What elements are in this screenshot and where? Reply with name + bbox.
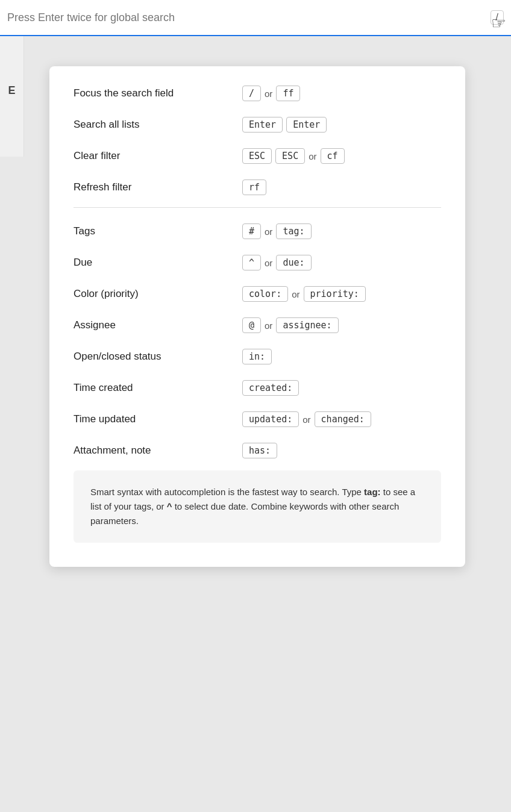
or-text-assignee: or	[265, 320, 272, 331]
key-color: color:	[242, 286, 288, 302]
shortcut-row-due: Due ^ or due:	[74, 255, 441, 270]
or-text: or	[265, 89, 272, 99]
sidebar-letter: E	[0, 36, 24, 157]
shortcut-keys-due: ^ or due:	[242, 255, 312, 270]
shortcut-keys-focus: / or ff	[242, 86, 300, 101]
shortcut-keys-clear: ESC ESC or cf	[242, 148, 345, 164]
or-text-due: or	[265, 258, 272, 268]
key-enter2: Enter	[286, 117, 327, 133]
or-text-color: or	[292, 289, 299, 299]
shortcut-label-refresh: Refresh filter	[74, 181, 242, 193]
shortcut-keys-created: created:	[242, 380, 299, 396]
key-esc1: ESC	[242, 148, 272, 164]
shortcut-row-clear: Clear filter ESC ESC or cf	[74, 148, 441, 164]
key-hash: #	[242, 223, 261, 239]
shortcut-row-assignee: Assignee @ or assignee:	[74, 317, 441, 333]
shortcut-popup: Focus the search field / or ff Search al…	[49, 66, 465, 567]
shortcut-label-updated: Time updated	[74, 413, 242, 425]
key-cf: cf	[321, 148, 345, 164]
shortcut-label-focus: Focus the search field	[74, 87, 242, 99]
shortcut-keys-color: color: or priority:	[242, 286, 366, 302]
shortcut-label-color: Color (priority)	[74, 288, 242, 300]
shortcut-keys-assignee: @ or assignee:	[242, 317, 339, 333]
or-text-tags: or	[265, 226, 272, 237]
shortcut-label-search: Search all lists	[74, 119, 242, 131]
key-assignee: assignee:	[276, 317, 338, 333]
shortcut-row-created: Time created created:	[74, 380, 441, 396]
key-ff: ff	[276, 86, 300, 101]
shortcut-row-status: Open/closed status in:	[74, 349, 441, 364]
divider	[74, 207, 441, 208]
key-at: @	[242, 317, 261, 333]
shortcut-row-refresh: Refresh filter rf	[74, 180, 441, 195]
shortcut-keys-attachment: has:	[242, 443, 277, 458]
key-caret: ^	[242, 255, 261, 270]
shortcut-keys-updated: updated: or changed:	[242, 411, 371, 427]
info-bold-tag: tag:	[364, 487, 381, 497]
search-shortcut-badge: /	[491, 10, 504, 25]
shortcut-label-tags: Tags	[74, 225, 242, 237]
shortcut-row-search: Search all lists Enter Enter	[74, 117, 441, 133]
shortcut-label-created: Time created	[74, 382, 242, 394]
shortcut-row-tags: Tags # or tag:	[74, 223, 441, 239]
shortcut-label-clear: Clear filter	[74, 150, 242, 162]
key-created: created:	[242, 380, 299, 396]
or-text-clear: or	[309, 151, 316, 161]
key-in: in:	[242, 349, 272, 364]
key-due: due:	[276, 255, 311, 270]
shortcut-keys-tags: # or tag:	[242, 223, 312, 239]
shortcut-keys-search: Enter Enter	[242, 117, 327, 133]
shortcut-row-color: Color (priority) color: or priority:	[74, 286, 441, 302]
key-slash: /	[242, 86, 261, 101]
key-updated: updated:	[242, 411, 299, 427]
shortcut-row-updated: Time updated updated: or changed:	[74, 411, 441, 427]
search-bar: / ☞	[0, 0, 511, 36]
key-tag: tag:	[276, 223, 311, 239]
search-input[interactable]	[7, 11, 491, 24]
key-enter1: Enter	[242, 117, 283, 133]
shortcut-label-assignee: Assignee	[74, 319, 242, 331]
shortcut-label-due: Due	[74, 257, 242, 269]
shortcut-keys-status: in:	[242, 349, 272, 364]
key-esc2: ESC	[275, 148, 305, 164]
shortcut-label-status: Open/closed status	[74, 351, 242, 363]
key-rf: rf	[242, 180, 266, 195]
key-priority: priority:	[304, 286, 366, 302]
info-box: Smart syntax with autocompletion is the …	[74, 470, 441, 543]
key-changed: changed:	[315, 411, 371, 427]
key-has: has:	[242, 443, 277, 458]
info-text-before: Smart syntax with autocompletion is the …	[90, 487, 364, 497]
or-text-updated: or	[303, 414, 310, 425]
shortcut-keys-refresh: rf	[242, 180, 266, 195]
shortcut-row-focus: Focus the search field / or ff	[74, 86, 441, 101]
shortcut-label-attachment: Attachment, note	[74, 445, 242, 457]
shortcut-row-attachment: Attachment, note has:	[74, 443, 441, 458]
